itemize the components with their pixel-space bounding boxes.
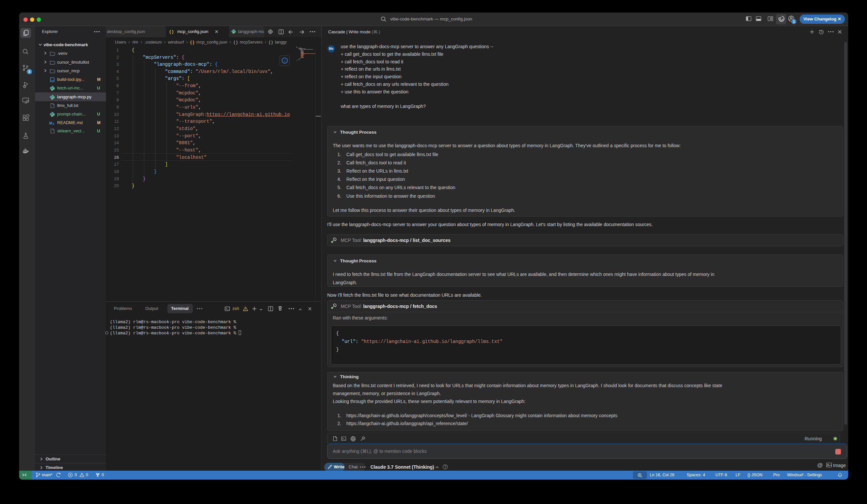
svg-text:i: i [284,58,285,63]
svg-text:M: M [49,121,52,125]
